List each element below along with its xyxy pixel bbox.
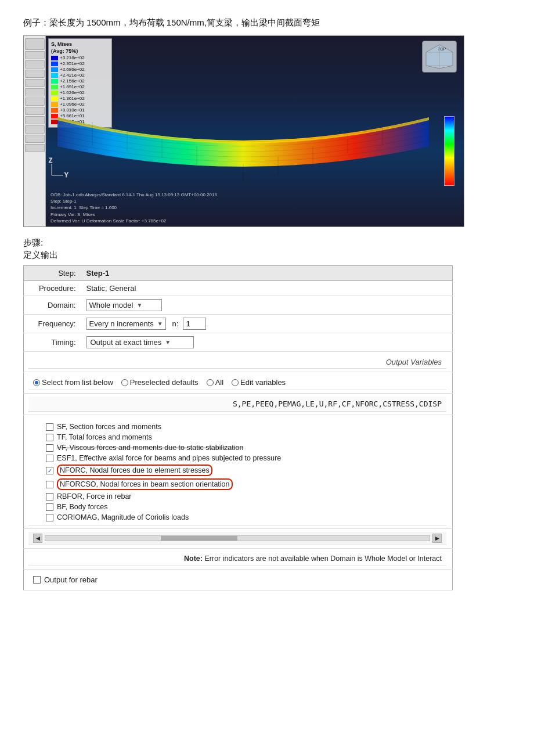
fea-status-bar: ODB: Job-1.odb Abaqus/Standard 6.14-1 Th… <box>46 192 464 226</box>
scroll-thumb[interactable] <box>161 536 237 541</box>
procedure-label: Procedure: <box>24 281 82 296</box>
output-radio-group: Select from list below Preselected defau… <box>28 375 446 390</box>
toolbar-icon-8[interactable] <box>25 107 45 115</box>
timing-dropdown[interactable]: Output at exact times ▼ <box>86 336 194 348</box>
output-rebar[interactable]: Output for rebar <box>28 573 446 587</box>
toolbar-icon-7[interactable] <box>25 98 45 106</box>
var-checkbox-rbfor[interactable] <box>46 493 53 501</box>
output-rebar-checkbox[interactable] <box>33 576 41 584</box>
n-input[interactable] <box>183 318 206 330</box>
note-label: Note: <box>184 555 203 563</box>
step-value: Step-1 <box>82 266 453 281</box>
radio-select-list[interactable]: Select from list below <box>33 378 113 387</box>
svg-text:Y: Y <box>64 172 68 178</box>
var-label-bf: BF, Body forces <box>57 503 108 511</box>
var-label-esf1: ESF1, Effective axial force for beams an… <box>57 454 281 462</box>
domain-label: Domain: <box>24 296 82 315</box>
toolbar-icon-11[interactable] <box>25 135 45 143</box>
var-label-sf: SF, Section forces and moments <box>57 423 161 431</box>
var-item-rbfor[interactable]: RBFOR, Force in rebar <box>46 491 442 502</box>
radio-edit-label: Edit variables <box>240 378 286 387</box>
var-checkbox-bf[interactable] <box>46 503 53 511</box>
toolbar-icon-2[interactable] <box>25 51 45 59</box>
var-item-bf[interactable]: BF, Body forces <box>46 502 442 512</box>
radio-edit-circle <box>232 379 239 386</box>
legend-row: +3.216e+02 <box>51 55 109 60</box>
var-label-coriomag: CORIOMAG, Magnitude of Coriolis loads <box>57 513 189 521</box>
domain-dropdown-arrow: ▼ <box>136 302 142 308</box>
color-scale-bar <box>444 116 454 186</box>
radio-preselected[interactable]: Preselected defaults <box>121 378 199 387</box>
frequency-row: Frequency: Every n increments ▼ n: <box>24 315 453 333</box>
var-checkbox-esf1[interactable] <box>46 455 53 462</box>
frequency-label: Frequency: <box>24 315 82 333</box>
toolbar-icon-5[interactable] <box>25 79 45 87</box>
timing-cell: Output at exact times ▼ <box>82 333 453 352</box>
radio-select-list-circle <box>33 379 40 386</box>
step-label: Step: <box>24 266 82 281</box>
toolbar-icon-1[interactable] <box>25 38 45 50</box>
timing-row: Timing: Output at exact times ▼ <box>24 333 453 352</box>
var-label-nforcso: NFORCSO, Nodal forces in beam section or… <box>57 478 233 490</box>
output-dialog: Step: Step-1 Procedure: Static, General … <box>23 265 453 591</box>
fea-toolbar <box>24 36 46 226</box>
var-checkbox-coriomag[interactable] <box>46 514 53 521</box>
var-label-vf: VF, Viscous forces and moments due to st… <box>57 444 243 452</box>
timing-label: Timing: <box>24 333 82 352</box>
legend-subtitle: (Avg: 75%) <box>51 48 109 54</box>
var-item-sf[interactable]: SF, Section forces and moments <box>46 422 442 432</box>
var-item-nforc[interactable]: ✓NFORC, Nodal forces due to element stre… <box>46 463 442 477</box>
var-label-rbfor: RBFOR, Force in rebar <box>57 492 132 501</box>
frequency-dropdown[interactable]: Every n increments ▼ <box>86 318 166 330</box>
procedure-row: Procedure: Static, General <box>24 281 453 296</box>
var-checkbox-vf[interactable] <box>46 444 53 452</box>
var-item-nforcso[interactable]: NFORCSO, Nodal forces in beam section or… <box>46 477 442 491</box>
domain-row: Domain: Whole model ▼ <box>24 296 453 315</box>
intro-text: 例子：梁长度为 1500mm，均布荷载 150N/mm,简支梁，输出梁中间截面弯… <box>23 17 511 28</box>
var-item-coriomag[interactable]: CORIOMAG, Magnitude of Coriolis loads <box>46 512 442 523</box>
radio-select-list-label: Select from list below <box>42 378 113 387</box>
legend-title: S, Mises <box>51 41 109 47</box>
radio-all-label: All <box>215 378 223 387</box>
scroll-left-arrow[interactable]: ◀ <box>33 534 42 543</box>
radio-all-circle <box>207 379 214 386</box>
domain-dropdown[interactable]: Whole model ▼ <box>86 299 162 311</box>
output-rebar-row: Output for rebar <box>24 570 453 591</box>
var-list-row: SF, Section forces and momentsTF, Total … <box>24 415 453 529</box>
frequency-dropdown-value: Every n increments <box>89 319 154 328</box>
domain-cell: Whole model ▼ <box>82 296 453 315</box>
step-row: Step: Step-1 <box>24 266 453 281</box>
toolbar-icon-12[interactable] <box>25 144 45 152</box>
toolbar-icon-6[interactable] <box>25 88 45 96</box>
radio-row: Select from list below Preselected defau… <box>24 372 453 394</box>
var-item-tf[interactable]: TF, Total forces and moments <box>46 432 442 442</box>
var-checkbox-sf[interactable] <box>46 423 53 431</box>
define-label: 定义输出 <box>23 250 511 261</box>
selected-vars-display: S,PE,PEEQ,PEMAG,LE,U,RF,CF,NFORC,CSTRESS… <box>28 397 446 412</box>
radio-all[interactable]: All <box>207 378 223 387</box>
steps-label: 步骤: <box>23 237 511 249</box>
legend-row: +2.951e+02 <box>51 61 109 66</box>
toolbar-icon-3[interactable] <box>25 60 45 69</box>
radio-preselected-circle <box>121 379 128 386</box>
var-label-tf: TF, Total forces and moments <box>57 433 152 441</box>
var-checkbox-tf[interactable] <box>46 434 53 441</box>
toolbar-icon-10[interactable] <box>25 125 45 134</box>
var-item-vf[interactable]: VF, Viscous forces and moments due to st… <box>46 442 442 453</box>
var-checkbox-nforc[interactable]: ✓ <box>46 467 53 474</box>
scrollbar-row[interactable]: ◀ ▶ <box>24 529 453 549</box>
var-checkbox-nforcso[interactable] <box>46 481 53 488</box>
var-item-esf1[interactable]: ESF1, Effective axial force for beams an… <box>46 453 442 463</box>
timing-dropdown-value: Output at exact times <box>91 338 162 347</box>
nav-cube[interactable]: TOP <box>422 41 457 73</box>
frequency-dropdown-arrow: ▼ <box>157 321 163 327</box>
toolbar-icon-4[interactable] <box>25 70 45 78</box>
radio-edit[interactable]: Edit variables <box>232 378 286 387</box>
output-rebar-label: Output for rebar <box>44 575 98 584</box>
scroll-track[interactable] <box>45 535 430 541</box>
toolbar-icon-9[interactable] <box>25 116 45 124</box>
scrollbar[interactable]: ◀ ▶ <box>28 532 446 545</box>
note-row: Note: Error indicators are not available… <box>24 549 453 570</box>
output-vars-label: Output Variables <box>28 355 446 369</box>
scroll-right-arrow[interactable]: ▶ <box>432 534 442 543</box>
